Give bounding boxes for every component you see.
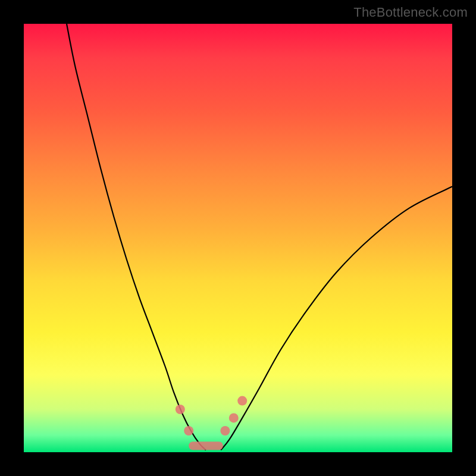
curves-svg xyxy=(24,24,452,452)
marker-dot xyxy=(237,396,247,406)
marker-dot xyxy=(220,426,230,436)
left-curve xyxy=(67,24,206,450)
watermark-text: TheBottleneck.com xyxy=(353,5,468,20)
chart-frame: TheBottleneck.com xyxy=(0,0,476,476)
marker-dot xyxy=(176,405,185,414)
right-curve xyxy=(221,187,452,450)
marker-floor-segment xyxy=(189,441,223,450)
marker-dot xyxy=(184,426,193,436)
plot-area xyxy=(24,24,452,452)
marker-dot xyxy=(229,413,239,422)
marker-dots xyxy=(176,396,247,436)
